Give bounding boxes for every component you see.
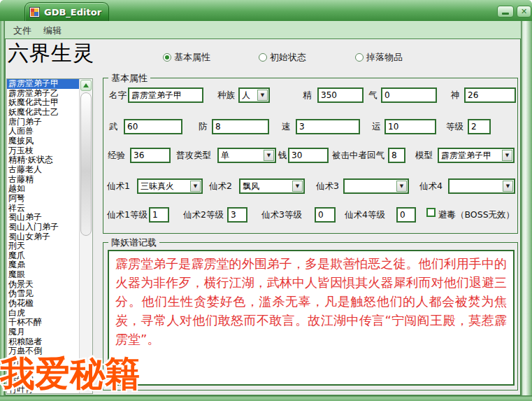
window-frame-right: [521, 21, 532, 401]
close-icon: ✕: [521, 7, 527, 16]
group-title: 降妖谱记载: [108, 237, 159, 249]
group-title: 基本属性: [108, 72, 150, 85]
app-title-tab: GDB_Editor: [24, 2, 109, 21]
radio-selected-icon: [163, 53, 171, 62]
skill4-select[interactable]: ▼: [448, 178, 515, 194]
chevron-down-icon[interactable]: ▼: [264, 150, 274, 161]
radio-label: 初始状态: [270, 51, 306, 64]
level-field[interactable]: [468, 119, 491, 134]
chevron-down-icon[interactable]: ▼: [257, 90, 268, 101]
list-item[interactable]: 魇月: [7, 328, 79, 337]
hit-qi-field[interactable]: [388, 148, 405, 163]
attack-type-select[interactable]: 单 ▼: [217, 148, 276, 163]
money-field[interactable]: [288, 148, 329, 163]
creature-list-items: 霹雳堂弟子甲霹雳堂弟子乙妖魔化武士甲妖魔化武士乙唐门弟子人面兽魔披风万玉枝精精·…: [7, 79, 79, 393]
list-item[interactable]: 霹雳堂弟子乙: [7, 89, 79, 99]
list-item[interactable]: 祥云: [7, 204, 79, 213]
list-scrollbar[interactable]: [79, 79, 92, 393]
list-item[interactable]: 积粮隐者: [7, 337, 79, 347]
list-item[interactable]: 唐门弟子: [7, 118, 79, 127]
list-item[interactable]: 伪景天: [7, 280, 79, 290]
model-select[interactable]: 霹雳堂弟子甲 ▼: [438, 148, 515, 163]
radio-icon: [355, 53, 364, 62]
radio-label: 掉落物品: [366, 51, 403, 64]
name-field[interactable]: [128, 87, 203, 103]
scroll-thumb[interactable]: [80, 92, 92, 236]
yun-field[interactable]: [384, 119, 436, 134]
list-item[interactable]: 阿弩: [7, 194, 79, 204]
skill2-select[interactable]: 飘风 ▼: [239, 178, 305, 194]
skill1-select[interactable]: 三昧真火 ▼: [137, 178, 203, 194]
list-item[interactable]: 蜀山弟子: [7, 213, 79, 223]
creature-list[interactable]: 霹雳堂弟子甲霹雳堂弟子乙妖魔化武士甲妖魔化武士乙唐门弟子人面兽魔披风万玉枝精精·…: [6, 78, 93, 394]
skill2-label: 仙术2: [209, 181, 232, 192]
hit-qi-label: 被击中者回气: [332, 150, 384, 162]
list-item[interactable]: 古藤老人: [7, 165, 79, 175]
skill2-lv-field[interactable]: [227, 207, 247, 223]
tab-basic-properties[interactable]: 基本属性: [163, 51, 210, 64]
minimize-icon: [502, 13, 509, 15]
chevron-down-icon[interactable]: ▼: [503, 181, 513, 192]
list-item[interactable]: 妖魔化武士乙: [7, 108, 79, 118]
menu-edit[interactable]: 编辑: [41, 24, 64, 38]
su-label: 速: [282, 121, 291, 133]
shen-field[interactable]: [464, 87, 516, 103]
list-item[interactable]: 魔爪: [7, 251, 79, 261]
skill1-lv-field[interactable]: [149, 207, 169, 223]
jing-field[interactable]: [317, 87, 364, 103]
list-item[interactable]: 白虎: [7, 309, 79, 318]
chevron-down-icon[interactable]: ▼: [292, 181, 303, 192]
minimize-button[interactable]: [497, 6, 514, 17]
list-item[interactable]: 精精·妖状态: [7, 155, 79, 165]
list-item[interactable]: 千杯不醉: [7, 318, 79, 328]
poison-immune-label: 避毒（BOSS无效）: [438, 209, 515, 221]
codex-textbox[interactable]: 霹雳堂弟子是霹雳堂的外围弟子，多是欺善怕恶之徒。他们利用手中的火器为非作歹，横行…: [108, 250, 515, 386]
list-item[interactable]: 魔鼎: [7, 260, 79, 270]
list-item[interactable]: 霹雳堂弟子甲: [7, 79, 79, 89]
window-title: GDB_Editor: [44, 7, 101, 17]
close-button[interactable]: ✕: [517, 6, 531, 17]
window-frame-left: [0, 21, 5, 401]
race-label: 种族: [217, 90, 235, 101]
skill4-lv-field[interactable]: [396, 207, 416, 223]
app-icon: [29, 7, 40, 17]
su-field[interactable]: [296, 119, 360, 134]
list-item[interactable]: 魔眼: [7, 270, 79, 280]
exp-field[interactable]: [130, 148, 171, 163]
skill2-lv-label: 仙术2等级: [183, 209, 224, 221]
qi-label: 气: [368, 90, 378, 101]
skill3-select[interactable]: ▼: [343, 178, 409, 194]
chevron-down-icon[interactable]: ▼: [502, 150, 512, 161]
race-select[interactable]: 人 ▼: [238, 87, 270, 103]
skill1-lv-label: 仙术1等级: [107, 209, 148, 221]
radio-icon: [259, 53, 267, 62]
list-item[interactable]: 伪雪见: [7, 289, 79, 299]
watermark: 我爱秘籍: [0, 351, 140, 398]
list-item[interactable]: 人面兽: [7, 127, 79, 136]
tab-initial-state[interactable]: 初始状态: [259, 51, 306, 64]
title-bar: GDB_Editor ✕: [0, 0, 532, 21]
wu-field[interactable]: [124, 119, 182, 134]
list-item[interactable]: 古藤精: [7, 175, 79, 185]
menu-file[interactable]: 文件: [10, 24, 34, 38]
chevron-down-icon[interactable]: ▼: [396, 181, 407, 192]
list-item[interactable]: 妖魔化武士甲: [7, 98, 79, 108]
name-label: 名字: [109, 90, 127, 101]
list-item[interactable]: 越如: [7, 184, 79, 194]
qi-field[interactable]: [381, 87, 437, 103]
list-item[interactable]: 刑天: [7, 241, 79, 251]
tab-drop-items[interactable]: 掉落物品: [355, 51, 403, 64]
list-item[interactable]: 伪花楹: [7, 299, 79, 309]
chevron-down-icon[interactable]: ▼: [190, 181, 201, 192]
list-item[interactable]: 魔披风: [7, 136, 79, 146]
list-item[interactable]: 万玉枝: [7, 146, 79, 156]
codex-group: 降妖谱记载 霹雳堂弟子是霹雳堂的外围弟子，多是欺善怕恶之徒。他们利用手中的火器为…: [103, 242, 518, 391]
skill4-lv-label: 仙术4等级: [345, 209, 385, 221]
skill3-lv-field[interactable]: [315, 207, 336, 223]
poison-immune-checkbox[interactable]: [426, 208, 436, 217]
list-item[interactable]: 蜀山女弟子: [7, 232, 79, 242]
shen-label: 神: [451, 90, 460, 101]
scroll-up-button[interactable]: [80, 80, 92, 91]
list-item[interactable]: 蜀山入门弟子: [7, 223, 79, 232]
fang-field[interactable]: [212, 119, 269, 134]
